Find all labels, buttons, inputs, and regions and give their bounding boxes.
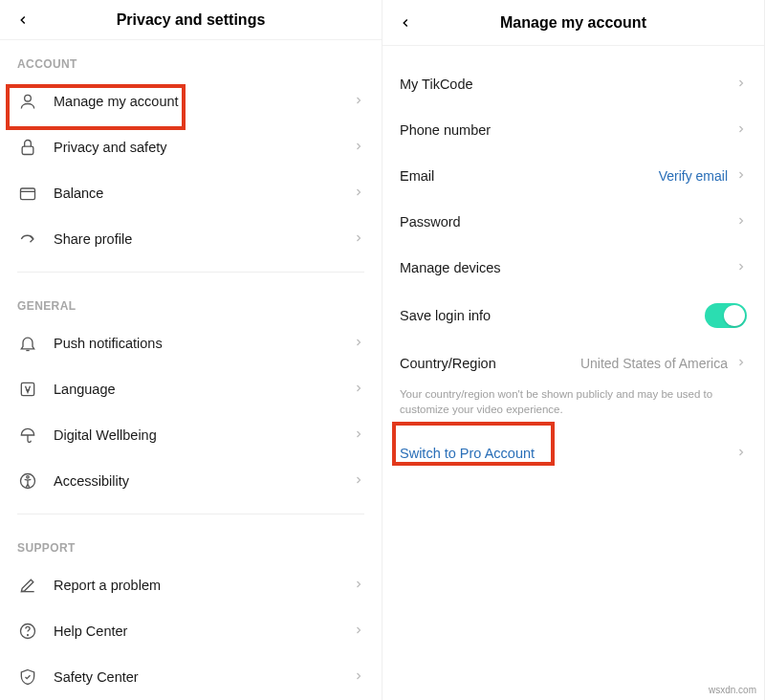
row-label: Save login info	[400, 308, 705, 323]
row-label: Report a problem	[54, 578, 353, 593]
chevron-right-icon	[735, 213, 747, 230]
row-tikcode[interactable]: My TikCode	[382, 61, 764, 107]
svg-rect-1	[22, 146, 33, 154]
chevron-right-icon	[353, 381, 364, 398]
chevron-right-icon	[353, 230, 364, 248]
row-label: Phone number	[400, 122, 735, 138]
row-email[interactable]: Email Verify email	[382, 153, 764, 199]
row-label: Digital Wellbeing	[54, 427, 353, 443]
row-phone-number[interactable]: Phone number	[382, 107, 764, 153]
header: Manage my account	[382, 0, 764, 46]
row-digital-wellbeing[interactable]: Digital Wellbeing	[0, 412, 382, 458]
row-label: Balance	[54, 186, 353, 201]
row-language[interactable]: Language	[0, 366, 382, 412]
row-push-notifications[interactable]: Push notifications	[0, 320, 382, 366]
back-button[interactable]	[13, 11, 33, 30]
svg-rect-2	[21, 188, 35, 200]
row-label: Language	[54, 382, 353, 397]
header: Privacy and settings	[0, 0, 382, 40]
chevron-right-icon	[353, 93, 364, 110]
shield-icon	[17, 667, 38, 688]
row-safety-center[interactable]: Safety Center	[0, 654, 382, 700]
person-icon	[17, 91, 38, 112]
attribution: wsxdn.com	[706, 684, 759, 696]
row-label: Safety Center	[54, 669, 353, 685]
row-label: Privacy and safety	[54, 140, 353, 155]
chevron-right-icon	[353, 472, 364, 490]
chevron-left-icon	[16, 13, 30, 27]
row-balance[interactable]: Balance	[0, 170, 382, 216]
chevron-right-icon	[735, 355, 747, 372]
country-value: United States of America	[580, 356, 728, 371]
toggle-knob	[724, 305, 745, 326]
row-save-login-info[interactable]: Save login info	[382, 291, 764, 340]
row-label: Share profile	[54, 231, 353, 247]
row-share-profile[interactable]: Share profile	[0, 216, 382, 262]
back-button[interactable]	[396, 13, 415, 33]
verify-email-link[interactable]: Verify email	[659, 168, 728, 184]
bell-icon	[17, 333, 38, 354]
chevron-right-icon	[353, 427, 364, 444]
row-manage-devices[interactable]: Manage devices	[382, 245, 764, 291]
chevron-right-icon	[353, 185, 364, 202]
accessibility-icon	[17, 470, 38, 492]
chevron-right-icon	[735, 167, 747, 185]
chevron-right-icon	[353, 623, 364, 640]
chevron-left-icon	[399, 16, 412, 30]
chevron-right-icon	[735, 121, 747, 139]
region-hint: Your country/region won't be shown publi…	[382, 386, 764, 430]
row-report-problem[interactable]: Report a problem	[0, 562, 382, 608]
svg-point-7	[27, 476, 30, 479]
row-password[interactable]: Password	[382, 199, 764, 245]
section-label-account: ACCOUNT	[0, 40, 382, 78]
chevron-right-icon	[353, 139, 364, 156]
chevron-right-icon	[353, 577, 364, 594]
page-title: Privacy and settings	[117, 11, 266, 29]
row-country-region[interactable]: Country/Region United States of America	[382, 340, 764, 386]
row-accessibility[interactable]: Accessibility	[0, 458, 382, 504]
divider	[17, 272, 364, 273]
row-label: Country/Region	[400, 356, 580, 371]
account-panel: Manage my account My TikCode Phone numbe…	[382, 0, 765, 700]
settings-panel: Privacy and settings ACCOUNT Manage my a…	[0, 0, 382, 700]
row-label: Accessibility	[54, 473, 353, 489]
switch-pro-label: Switch to Pro Account	[400, 446, 735, 461]
save-login-toggle[interactable]	[705, 303, 747, 328]
row-label: Email	[400, 168, 659, 184]
share-icon	[17, 229, 38, 250]
section-label-general: GENERAL	[0, 282, 382, 320]
svg-point-0	[25, 96, 32, 102]
row-label: Password	[400, 214, 735, 230]
row-label: My TikCode	[400, 77, 735, 92]
row-label: Manage devices	[400, 260, 735, 275]
row-help-center[interactable]: Help Center	[0, 608, 382, 654]
row-switch-pro[interactable]: Switch to Pro Account	[382, 430, 764, 476]
row-privacy-safety[interactable]: Privacy and safety	[0, 124, 382, 170]
lock-icon	[17, 137, 38, 158]
umbrella-icon	[17, 425, 38, 446]
chevron-right-icon	[735, 76, 747, 93]
help-icon	[17, 621, 38, 642]
chevron-right-icon	[735, 259, 747, 276]
language-icon	[17, 379, 38, 400]
page-title: Manage my account	[500, 14, 646, 32]
pencil-icon	[17, 575, 38, 596]
row-label: Push notifications	[54, 336, 353, 351]
chevron-right-icon	[353, 335, 364, 352]
row-label: Manage my account	[54, 94, 353, 109]
divider	[17, 514, 364, 514]
wallet-icon	[17, 183, 38, 204]
svg-point-10	[28, 635, 29, 636]
row-label: Help Center	[54, 623, 353, 639]
chevron-right-icon	[353, 668, 364, 686]
section-label-support: SUPPORT	[0, 524, 382, 562]
row-manage-account[interactable]: Manage my account	[0, 78, 382, 124]
chevron-right-icon	[735, 445, 747, 462]
